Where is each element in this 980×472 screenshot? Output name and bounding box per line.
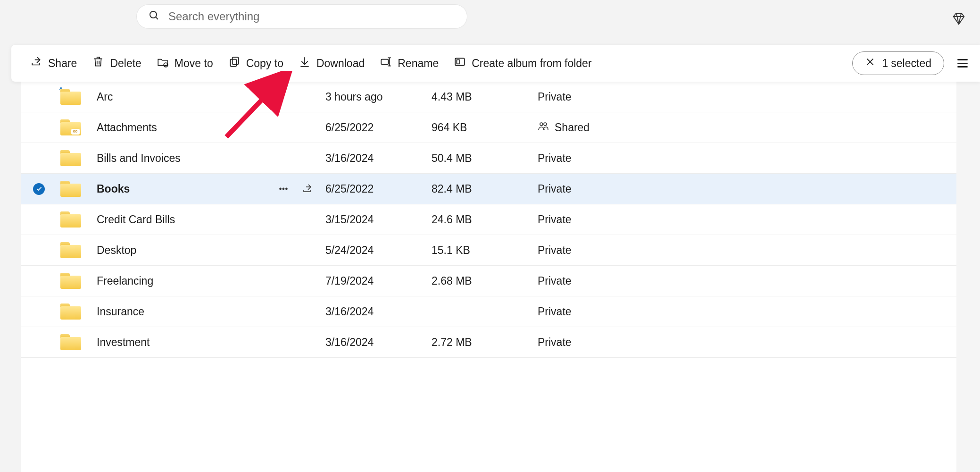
row-checkbox[interactable] xyxy=(21,183,57,195)
share-label: Share xyxy=(48,57,77,70)
folder-name[interactable]: Desktop xyxy=(85,244,278,257)
svg-point-17 xyxy=(544,123,547,126)
folder-row[interactable]: Insurance3/16/2024Private xyxy=(21,296,980,327)
sharing-label: Shared xyxy=(555,121,590,134)
folder-icon xyxy=(57,273,85,289)
move-to-button[interactable]: Move to xyxy=(149,51,221,76)
file-list: ↗Arc3 hours ago4.43 MBPrivateAttachments… xyxy=(21,82,980,472)
move-icon xyxy=(157,56,169,71)
folder-icon xyxy=(57,181,85,197)
sharing-status[interactable]: Private xyxy=(538,244,745,257)
row-checkbox[interactable] xyxy=(21,337,57,348)
svg-point-23 xyxy=(286,188,287,189)
sharing-status[interactable]: Private xyxy=(538,336,745,349)
share-icon xyxy=(30,56,42,71)
album-icon xyxy=(454,56,466,71)
sharing-label: Private xyxy=(538,91,572,103)
svg-point-16 xyxy=(540,123,543,126)
search-icon xyxy=(149,10,160,23)
folder-row[interactable]: Freelancing7/19/20242.68 MBPrivate xyxy=(21,266,980,296)
sharing-label: Private xyxy=(538,213,572,226)
row-checkbox[interactable] xyxy=(21,91,57,103)
folder-name[interactable]: Investment xyxy=(85,336,278,349)
sharing-label: Private xyxy=(538,275,572,287)
modified-date: 6/25/2022 xyxy=(325,183,432,195)
modified-date: 6/25/2022 xyxy=(325,121,432,134)
svg-point-11 xyxy=(73,131,75,133)
sharing-status[interactable]: Private xyxy=(538,305,745,318)
selection-pill[interactable]: 1 selected xyxy=(852,51,944,75)
modified-date: 3/15/2024 xyxy=(325,213,432,226)
svg-point-12 xyxy=(75,131,77,133)
search-input[interactable] xyxy=(168,10,455,23)
file-size: 4.43 MB xyxy=(432,91,538,103)
folder-icon xyxy=(57,242,85,258)
rename-icon xyxy=(380,56,392,71)
folder-name[interactable]: Bills and Invoices xyxy=(85,152,278,165)
modified-date: 3/16/2024 xyxy=(325,305,432,318)
create-album-button[interactable]: Create album from folder xyxy=(446,51,599,76)
delete-label: Delete xyxy=(110,57,141,70)
folder-row[interactable]: Books6/25/202282.4 MBPrivate xyxy=(21,174,980,204)
file-size: 2.68 MB xyxy=(432,275,538,287)
svg-rect-7 xyxy=(457,60,459,64)
share-button[interactable]: Share xyxy=(23,51,84,76)
delete-button[interactable]: Delete xyxy=(84,51,149,76)
row-checkbox[interactable] xyxy=(21,244,57,256)
scrollbar-track[interactable] xyxy=(956,82,980,472)
folder-row[interactable]: Bills and Invoices3/16/202450.4 MBPrivat… xyxy=(21,143,980,174)
row-checkbox[interactable] xyxy=(21,306,57,318)
trash-icon xyxy=(92,56,104,71)
modified-date: 7/19/2024 xyxy=(325,275,432,287)
people-icon xyxy=(538,120,549,135)
row-checkbox[interactable] xyxy=(21,122,57,134)
folder-row[interactable]: Desktop5/24/202415.1 KBPrivate xyxy=(21,235,980,266)
row-checkbox[interactable] xyxy=(21,152,57,164)
folder-name[interactable]: Attachments xyxy=(85,121,278,134)
modified-date: 3 hours ago xyxy=(325,91,432,103)
row-more-icon[interactable] xyxy=(278,184,302,194)
sharing-status[interactable]: Private xyxy=(538,183,745,195)
download-label: Download xyxy=(316,57,365,70)
modified-date: 3/16/2024 xyxy=(325,152,432,165)
svg-line-1 xyxy=(156,17,158,19)
action-toolbar: Share Delete Move to Copy to Download Re… xyxy=(11,45,980,82)
overflow-menu-icon[interactable] xyxy=(957,58,969,69)
svg-rect-4 xyxy=(230,59,236,67)
folder-name[interactable]: Credit Card Bills xyxy=(85,213,278,226)
copy-to-button[interactable]: Copy to xyxy=(221,51,291,76)
folder-name[interactable]: Insurance xyxy=(85,305,278,318)
row-checkbox[interactable] xyxy=(21,275,57,287)
folder-row[interactable]: Investment3/16/20242.72 MBPrivate xyxy=(21,327,980,358)
sharing-label: Private xyxy=(538,336,572,349)
row-checkbox[interactable] xyxy=(21,214,57,226)
sharing-status[interactable]: Private xyxy=(538,91,745,103)
album-label: Create album from folder xyxy=(472,57,591,70)
folder-name[interactable]: Books xyxy=(85,183,278,195)
premium-diamond-icon[interactable] xyxy=(952,12,966,26)
svg-point-21 xyxy=(280,188,281,189)
search-bar[interactable] xyxy=(137,5,467,28)
sharing-status[interactable]: Private xyxy=(538,152,745,165)
folder-icon xyxy=(57,303,85,320)
folder-icon: ↗ xyxy=(57,89,85,105)
folder-row[interactable]: Attachments6/25/2022964 KBShared xyxy=(21,112,980,143)
copy-label: Copy to xyxy=(246,57,283,70)
folder-row[interactable]: Credit Card Bills3/15/202424.6 MBPrivate xyxy=(21,204,980,235)
copy-icon xyxy=(228,56,241,71)
folder-icon xyxy=(57,119,85,135)
folder-icon xyxy=(57,334,85,350)
file-size: 82.4 MB xyxy=(432,183,538,195)
folder-name[interactable]: Freelancing xyxy=(85,275,278,287)
svg-point-0 xyxy=(150,11,157,18)
sharing-label: Private xyxy=(538,244,572,257)
row-share-icon[interactable] xyxy=(302,183,325,194)
sharing-status[interactable]: Private xyxy=(538,275,745,287)
file-size: 964 KB xyxy=(432,121,538,134)
folder-row[interactable]: ↗Arc3 hours ago4.43 MBPrivate xyxy=(21,82,980,112)
rename-button[interactable]: Rename xyxy=(372,51,446,76)
sharing-status[interactable]: Private xyxy=(538,213,745,226)
sharing-status[interactable]: Shared xyxy=(538,120,745,135)
folder-name[interactable]: Arc xyxy=(85,91,278,103)
download-button[interactable]: Download xyxy=(291,51,372,76)
